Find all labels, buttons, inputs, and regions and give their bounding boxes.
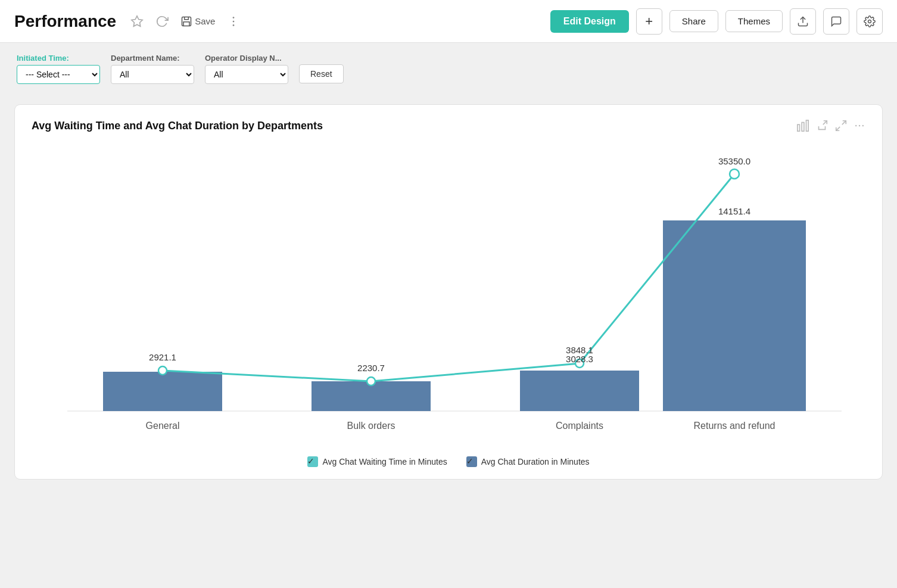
chart-title: Avg Waiting Time and Avg Chat Duration b…: [32, 120, 323, 132]
legend-swatch-waiting: ✓: [307, 456, 318, 467]
initiated-time-select[interactable]: --- Select ---: [17, 65, 100, 84]
reset-button[interactable]: Reset: [299, 64, 344, 83]
legend-waiting-time: ✓ Avg Chat Waiting Time in Minutes: [307, 456, 447, 467]
share-button[interactable]: Share: [669, 10, 718, 32]
point-returns: [730, 169, 739, 179]
svg-line-11: [842, 121, 846, 125]
operator-display-filter: Operator Display N... All: [205, 54, 288, 84]
department-name-filter: Department Name: All: [111, 54, 194, 84]
settings-icon-button[interactable]: [856, 8, 883, 35]
line-waiting-time: [163, 174, 734, 381]
svg-point-6: [868, 20, 871, 23]
svg-line-12: [836, 127, 840, 130]
svg-point-15: [862, 125, 864, 127]
star-icon-button[interactable]: [128, 13, 146, 30]
svg-marker-0: [132, 15, 142, 26]
chart-more-button[interactable]: [854, 120, 865, 132]
chat-icon-button[interactable]: [823, 8, 849, 35]
svg-point-4: [233, 24, 235, 26]
chart-fullscreen-button[interactable]: [834, 119, 848, 132]
add-button[interactable]: +: [636, 8, 662, 35]
x-label-complaints: Complaints: [556, 421, 603, 431]
svg-point-14: [859, 125, 861, 127]
svg-line-10: [823, 121, 827, 125]
chart-area: 2921.1 2230.7 3848.1 35350.0 3028.3 1415…: [32, 137, 865, 449]
svg-point-3: [233, 20, 235, 22]
department-name-select[interactable]: All: [111, 65, 194, 84]
department-name-label: Department Name:: [111, 54, 194, 63]
label-returns-waiting: 35350.0: [718, 156, 750, 166]
point-general: [158, 366, 167, 375]
header: Performance Save Edit Design + Share The…: [0, 0, 897, 43]
label-bulk-waiting: 2230.7: [357, 363, 385, 373]
page-title: Performance: [14, 12, 116, 31]
legend-swatch-duration: ✓: [466, 456, 477, 467]
bar-returns-refund: [663, 220, 806, 411]
chart-legend: ✓ Avg Chat Waiting Time in Minutes ✓ Avg…: [32, 456, 865, 467]
edit-design-button[interactable]: Edit Design: [550, 10, 629, 33]
initiated-time-filter: Initiated Time: --- Select ---: [17, 54, 100, 84]
initiated-time-label: Initiated Time:: [17, 54, 100, 63]
chart-card: Avg Waiting Time and Avg Chat Duration b…: [14, 104, 883, 480]
label-complaints-duration: 3028.3: [566, 354, 593, 364]
refresh-icon-button[interactable]: [153, 13, 171, 30]
chart-bar-view-button[interactable]: [796, 119, 809, 132]
x-label-general: General: [146, 421, 180, 431]
x-label-bulk: Bulk orders: [347, 421, 395, 431]
legend-label-duration: Avg Chat Duration in Minutes: [481, 457, 590, 466]
export-icon-button[interactable]: [790, 8, 816, 35]
svg-rect-7: [798, 125, 800, 131]
operator-display-select[interactable]: All: [205, 65, 288, 84]
point-bulk: [367, 377, 375, 385]
chart-svg: 2921.1 2230.7 3848.1 35350.0 3028.3 1415…: [32, 137, 865, 447]
bar-general: [103, 372, 222, 411]
svg-rect-8: [802, 123, 804, 132]
svg-point-13: [855, 125, 857, 127]
more-options-button[interactable]: [225, 13, 242, 30]
legend-label-waiting: Avg Chat Waiting Time in Minutes: [322, 457, 447, 466]
themes-button[interactable]: Themes: [725, 10, 783, 32]
bar-complaints: [520, 371, 639, 411]
operator-display-label: Operator Display N...: [205, 54, 288, 63]
x-label-returns: Returns and refund: [694, 421, 775, 431]
svg-point-2: [233, 17, 235, 18]
chart-actions: [796, 119, 865, 132]
save-button[interactable]: Save: [178, 13, 217, 30]
label-general-waiting: 2921.1: [149, 352, 176, 362]
chart-expand-button[interactable]: [815, 119, 829, 132]
label-returns-duration: 14151.4: [718, 206, 750, 216]
legend-duration: ✓ Avg Chat Duration in Minutes: [466, 456, 590, 467]
svg-rect-9: [806, 120, 809, 131]
chart-header: Avg Waiting Time and Avg Chat Duration b…: [32, 119, 865, 132]
filter-bar: Initiated Time: --- Select --- Departmen…: [0, 43, 897, 95]
